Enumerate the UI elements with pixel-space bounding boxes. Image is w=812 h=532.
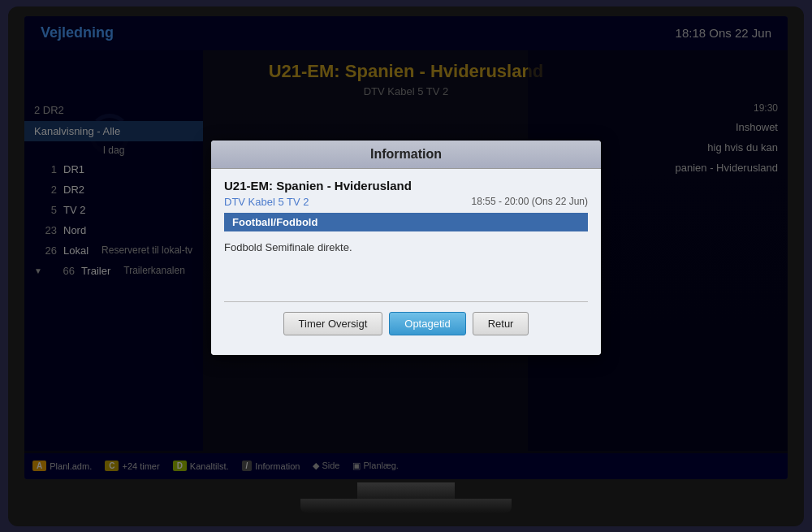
retur-button[interactable]: Retur (473, 312, 529, 335)
information-modal: Information U21-EM: Spanien - Hviderusla… (211, 141, 601, 355)
timer-oversigt-button[interactable]: Timer Oversigt (283, 312, 383, 335)
stand-neck (357, 482, 455, 499)
tv-stand (24, 482, 788, 513)
stand-base (300, 499, 512, 513)
modal-program-title: U21-EM: Spanien - Hviderusland (224, 179, 588, 192)
modal-time-range: 18:55 - 20:00 (Ons 22 Jun) (472, 196, 588, 207)
modal-body: U21-EM: Spanien - Hviderusland DTV Kabel… (211, 169, 601, 355)
modal-overlay: Information U21-EM: Spanien - Hviderusla… (24, 16, 788, 479)
modal-genre-bar: Football/Fodbold (224, 213, 588, 231)
modal-description: Fodbold Semifinale direkte. (224, 240, 588, 288)
modal-channel: DTV Kabel 5 TV 2 (224, 196, 309, 208)
modal-header: Information (211, 141, 601, 169)
modal-buttons: Timer Oversigt Optagetid Retur (224, 312, 588, 345)
optagetid-button[interactable]: Optagetid (389, 312, 465, 335)
tv-screen: Vejledning 18:18 Ons 22 Jun U21-EM: Span… (24, 16, 788, 479)
modal-channel-row: DTV Kabel 5 TV 2 18:55 - 20:00 (Ons 22 J… (224, 196, 588, 208)
tv-outer: Vejledning 18:18 Ons 22 Jun U21-EM: Span… (8, 6, 804, 526)
modal-divider (224, 301, 588, 302)
